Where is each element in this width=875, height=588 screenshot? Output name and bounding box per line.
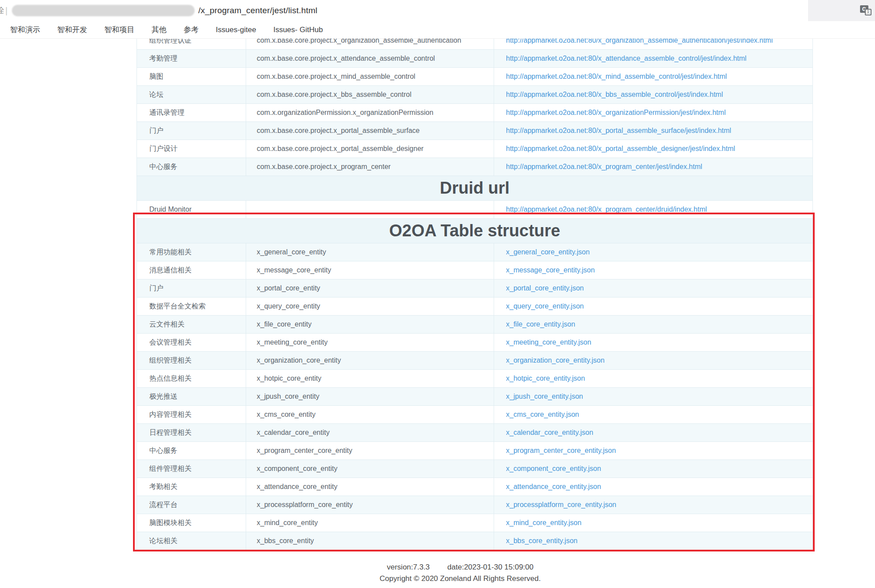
- bookmark-item[interactable]: G 智和开发: [53, 25, 87, 35]
- module-label: 门户设计: [137, 140, 246, 158]
- module-package: com.x.base.core.project.x_mind_assemble_…: [246, 68, 494, 86]
- module-package: com.x.base.core.project.x_program_center: [246, 158, 494, 176]
- footer-date: date:2023-01-30 15:09:00: [447, 563, 534, 571]
- jest-link[interactable]: http://appmarket.o2oa.net:80/x_portal_as…: [506, 145, 735, 152]
- jest-link[interactable]: http://appmarket.o2oa.net:80/x_program_c…: [506, 163, 702, 170]
- address-bar: 全 | /x_program_center/jest/list.html G 文: [0, 0, 875, 21]
- bookmark-label: Issues- GitHub: [273, 26, 323, 34]
- bookmark-item[interactable]: G 智和项目: [100, 25, 134, 35]
- table-row: 中心服务 com.x.base.core.project.x_program_c…: [137, 158, 813, 176]
- table-row: 门户设计 com.x.base.core.project.x_portal_as…: [137, 140, 813, 158]
- jest-link[interactable]: http://appmarket.o2oa.net:80/x_organizat…: [506, 109, 726, 116]
- jest-link[interactable]: http://appmarket.o2oa.net:80/x_mind_asse…: [506, 73, 727, 80]
- bookmark-label: 智和演示: [10, 25, 40, 35]
- druid-section-title: Druid url: [137, 176, 813, 201]
- module-label: 中心服务: [137, 158, 246, 176]
- bookmark-label: 其他: [151, 25, 166, 35]
- page-footer: version:7.3.3date:2023-01-30 15:09:00 Co…: [137, 562, 784, 584]
- module-label: 论坛: [137, 86, 246, 104]
- address-separator: |: [5, 6, 7, 16]
- bookmark-label: 参考: [184, 25, 199, 35]
- translate-icon[interactable]: G 文: [860, 5, 873, 17]
- module-label: 考勤管理: [137, 50, 246, 68]
- table-row: 考勤管理 com.x.base.core.project.x_attendanc…: [137, 50, 813, 68]
- url-text: /x_program_center/jest/list.html: [198, 6, 317, 15]
- footer-version-line: version:7.3.3date:2023-01-30 15:09:00: [137, 562, 784, 573]
- bookmark-item[interactable]: G 参考: [180, 25, 199, 35]
- module-package: com.x.base.core.project.x_attendance_ass…: [246, 50, 494, 68]
- footer-version: version:7.3.3: [387, 563, 429, 571]
- module-package: com.x.organizationPermission.x_organizat…: [246, 104, 494, 122]
- table-row: 通讯录管理 com.x.organizationPermission.x_org…: [137, 104, 813, 122]
- module-package: com.x.base.core.project.x_portal_assembl…: [246, 122, 494, 140]
- bookmark-label: 智和项目: [104, 25, 134, 35]
- jest-link[interactable]: http://appmarket.o2oa.net:80/x_bbs_assem…: [506, 91, 723, 98]
- druid-link[interactable]: http://appmarket.o2oa.net:80/x_program_c…: [506, 206, 707, 213]
- module-label: 脑图: [137, 68, 246, 86]
- security-icon: 全: [0, 5, 4, 16]
- redacted-url-host: [12, 5, 195, 16]
- jest-link[interactable]: http://appmarket.o2oa.net:80/x_attendanc…: [506, 55, 746, 62]
- table-row: 门户 com.x.base.core.project.x_portal_asse…: [137, 122, 813, 140]
- module-package: com.x.base.core.project.x_portal_assembl…: [246, 140, 494, 158]
- table-row: 论坛 com.x.base.core.project.x_bbs_assembl…: [137, 86, 813, 104]
- bookmarks-bar: G 智和演示 G 智和开发 G 智: [0, 21, 875, 39]
- url-field[interactable]: 全 | /x_program_center/jest/list.html: [0, 0, 808, 21]
- module-label: 门户: [137, 122, 246, 140]
- table-row: 脑图 com.x.base.core.project.x_mind_assemb…: [137, 68, 813, 86]
- bookmark-item[interactable]: G 其他: [148, 25, 166, 35]
- bookmark-item[interactable]: G Issues- GitHub: [270, 26, 323, 34]
- translate-alt-glyph: 文: [865, 9, 871, 15]
- bookmark-label: Issues-gitee: [216, 26, 256, 34]
- bookmark-item[interactable]: G 智和演示: [6, 25, 40, 35]
- module-label: 通讯录管理: [137, 104, 246, 122]
- jest-link[interactable]: http://appmarket.o2oa.net:80/x_portal_as…: [506, 127, 731, 134]
- druid-section-header: Druid url: [137, 176, 813, 201]
- highlight-box: [133, 213, 815, 551]
- jest-rows: 组织管理认证 com.x.base.core.project.x_organiz…: [137, 32, 813, 176]
- bookmark-item[interactable]: G Issues-gitee: [212, 26, 256, 34]
- bookmark-label: 智和开发: [57, 25, 87, 35]
- browser-chrome: 全 | /x_program_center/jest/list.html G 文…: [0, 0, 875, 39]
- module-package: com.x.base.core.project.x_bbs_assemble_c…: [246, 86, 494, 104]
- footer-copyright: Copyright © 2020 Zoneland All Rights Res…: [137, 573, 784, 584]
